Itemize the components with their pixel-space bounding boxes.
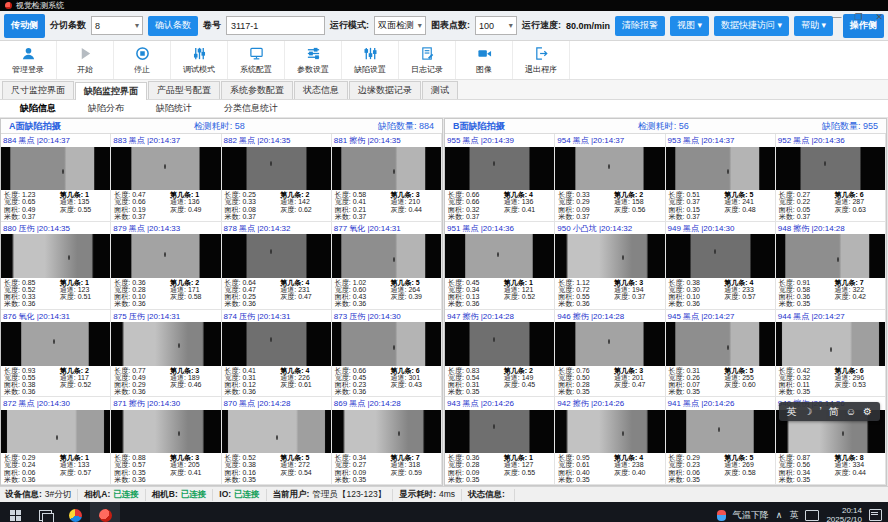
main-tab-5[interactable]: 边缘数据记录 [349,81,421,99]
defect-cell[interactable]: 874 压伤 |20:14:31 长度: 0.41第几条: 4 宽度: 0.31… [222,310,332,398]
defect-cell[interactable]: 948 擦伤 |20:14:28 长度: 0.91第几条: 7 宽度: 0.58… [776,222,886,310]
minimize-button[interactable]: — [832,12,841,22]
chart-points-select[interactable]: 100▾ [475,16,517,35]
tray-expand-chevron[interactable]: ∧ [776,510,783,520]
defect-image[interactable] [222,234,331,278]
defect-image[interactable] [666,410,775,454]
toolbar-button-slidersv[interactable]: 缺陷设置 [342,41,399,79]
roll-number-input[interactable]: 3117-1 [226,16,325,35]
maximize-button[interactable]: ❐ [854,12,862,22]
defect-cell[interactable]: 869 黑点 |20:14:28 长度: 0.34第几条: 7 宽度: 0.27… [332,397,442,485]
defect-image[interactable] [776,322,885,366]
defect-cell[interactable]: 873 压伤 |20:14:30 长度: 0.66第几条: 6 宽度: 0.45… [332,310,442,398]
toolbar-button-stop[interactable]: 停止 [114,41,171,79]
sub-tab-1[interactable]: 缺陷分布 [72,102,140,115]
toolbar-button-tune[interactable]: 调试模式 [171,41,228,79]
defect-cell[interactable]: 876 氧化 |20:14:31 长度: 0.93第几条: 2 宽度: 0.55… [1,310,111,398]
defect-cell[interactable]: 953 黑点 |20:14:37 长度: 0.51第几条: 5 宽度: 0.37… [666,134,776,222]
defect-image[interactable] [222,322,331,366]
defect-cell[interactable]: 945 黑点 |20:14:27 长度: 0.31第几条: 5 宽度: 0.26… [666,310,776,398]
ime-moon-icon[interactable]: ☽ [804,406,813,417]
taskbar-clock[interactable]: 20:14 2025/2/10 [826,506,862,522]
defect-cell[interactable]: 875 压伤 |20:14:31 长度: 0.77第几条: 3 宽度: 0.49… [111,310,221,398]
defect-image[interactable] [445,322,554,366]
task-view-button[interactable] [30,502,60,522]
main-tab-0[interactable]: 尺寸监控界面 [2,81,74,99]
confirm-count-button[interactable]: 确认条数 [148,16,198,36]
defect-cell[interactable]: 877 氧化 |20:14:31 长度: 1.02第几条: 5 宽度: 0.60… [332,222,442,310]
defect-image[interactable] [666,147,775,191]
ime-language-bar[interactable]: 英 ☽ ’ 简 ☺ ⚙ [779,402,880,421]
defect-image[interactable] [1,234,110,278]
data-quick-access-button[interactable]: 数据快捷访问 ▾ [714,16,789,36]
ime-simplified-toggle[interactable]: 简 [829,405,839,419]
defect-image[interactable] [332,147,441,191]
defect-cell[interactable]: 943 黑点 |20:14:26 长度: 0.36第几条: 1 宽度: 0.28… [445,397,555,485]
defect-cell[interactable]: 946 擦伤 |20:14:28 长度: 0.76第几条: 3 宽度: 0.50… [555,310,665,398]
weather-text[interactable]: 气温下降 [733,509,769,522]
drive-side-button[interactable]: 传动侧 [4,14,45,38]
defect-cell[interactable]: 881 擦伤 |20:14:35 长度: 0.58第几条: 3 宽度: 0.41… [332,134,442,222]
defect-cell[interactable]: 879 黑点 |20:14:33 长度: 0.36第几条: 2 宽度: 0.28… [111,222,221,310]
sub-tab-0[interactable]: 缺陷信息 [4,102,72,115]
defect-cell[interactable]: 944 黑点 |20:14:27 长度: 0.42第几条: 6 宽度: 0.32… [776,310,886,398]
main-tab-4[interactable]: 状态信息 [294,81,348,99]
toolbar-button-play[interactable]: 开始 [57,41,114,79]
defect-cell[interactable]: 872 黑点 |20:14:30 长度: 0.29第几条: 1 宽度: 0.24… [1,397,111,485]
defect-image[interactable] [222,410,331,454]
defect-image[interactable] [445,147,554,191]
defect-image[interactable] [111,147,220,191]
defect-image[interactable] [555,234,664,278]
slit-count-select[interactable]: 8▾ [91,16,143,35]
defect-cell[interactable]: 950 小凸坑 |20:14:32 长度: 1.12第几条: 3 宽度: 0.7… [555,222,665,310]
taskbar-app-inspection[interactable] [90,502,120,522]
tray-language-toggle[interactable]: 英 [789,509,798,522]
weather-icon[interactable] [717,510,726,521]
defect-image[interactable] [1,147,110,191]
toolbar-button-exit[interactable]: 退出程序 [513,41,570,79]
sub-tab-2[interactable]: 缺陷统计 [140,102,208,115]
defect-image[interactable] [111,234,220,278]
defect-image[interactable] [555,322,664,366]
help-menu-button[interactable]: 帮助 ▾ [794,16,833,36]
defect-image[interactable] [445,234,554,278]
defect-image[interactable] [222,147,331,191]
toolbar-button-camera[interactable]: 图像 [456,41,513,79]
main-tab-1[interactable]: 缺陷监控界面 [75,82,147,100]
notification-center-icon[interactable] [869,509,882,521]
sub-tab-3[interactable]: 分类信息统计 [208,102,294,115]
defect-cell[interactable]: 882 黑点 |20:14:35 长度: 0.25第几条: 2 宽度: 0.33… [222,134,332,222]
ime-emoji-icon[interactable]: ☺ [846,406,856,417]
defect-image[interactable] [111,322,220,366]
close-button[interactable]: ✕ [875,12,883,22]
defect-image[interactable] [332,322,441,366]
touch-keyboard-icon[interactable] [805,510,819,521]
start-button[interactable] [0,502,30,522]
defect-image[interactable] [332,234,441,278]
defect-image[interactable] [666,322,775,366]
clear-alarm-button[interactable]: 清除报警 [615,16,665,36]
defect-cell[interactable]: 954 黑点 |20:14:37 长度: 0.33第几条: 2 宽度: 0.29… [555,134,665,222]
defect-cell[interactable]: 884 黑点 |20:14:37 长度: 1.23第几条: 1 宽度: 0.65… [1,134,111,222]
defect-image[interactable] [445,410,554,454]
defect-image[interactable] [332,410,441,454]
defect-image[interactable] [1,410,110,454]
defect-cell[interactable]: 942 擦伤 |20:14:26 长度: 0.95第几条: 4 宽度: 0.61… [555,397,665,485]
defect-cell[interactable]: 871 擦伤 |20:14:30 长度: 0.88第几条: 3 宽度: 0.57… [111,397,221,485]
taskbar-app-browser[interactable] [60,502,90,522]
defect-image[interactable] [1,322,110,366]
defect-cell[interactable]: 951 黑点 |20:14:36 长度: 0.45第几条: 1 宽度: 0.34… [445,222,555,310]
defect-cell[interactable]: 947 擦伤 |20:14:28 长度: 0.83第几条: 2 宽度: 0.54… [445,310,555,398]
defect-image[interactable] [666,234,775,278]
defect-cell[interactable]: 883 黑点 |20:14:37 长度: 0.47第几条: 1 宽度: 0.66… [111,134,221,222]
toolbar-button-monitor[interactable]: 系统配置 [228,41,285,79]
defect-cell[interactable]: 955 黑点 |20:14:39 长度: 0.66第几条: 4 宽度: 0.66… [445,134,555,222]
ime-settings-icon[interactable]: ⚙ [863,406,872,417]
defect-cell[interactable]: 941 黑点 |20:14:26 长度: 0.29第几条: 5 宽度: 0.23… [666,397,776,485]
defect-image[interactable] [555,410,664,454]
defect-cell[interactable]: 870 黑点 |20:14:28 长度: 0.52第几条: 5 宽度: 0.38… [222,397,332,485]
defect-cell[interactable]: 949 黑点 |20:14:30 长度: 0.38第几条: 4 宽度: 0.30… [666,222,776,310]
defect-cell[interactable]: 952 黑点 |20:14:36 长度: 0.27第几条: 6 宽度: 0.22… [776,134,886,222]
defect-cell[interactable]: 880 压伤 |20:14:35 长度: 0.85第几条: 1 宽度: 0.52… [1,222,111,310]
defect-image[interactable] [111,410,220,454]
